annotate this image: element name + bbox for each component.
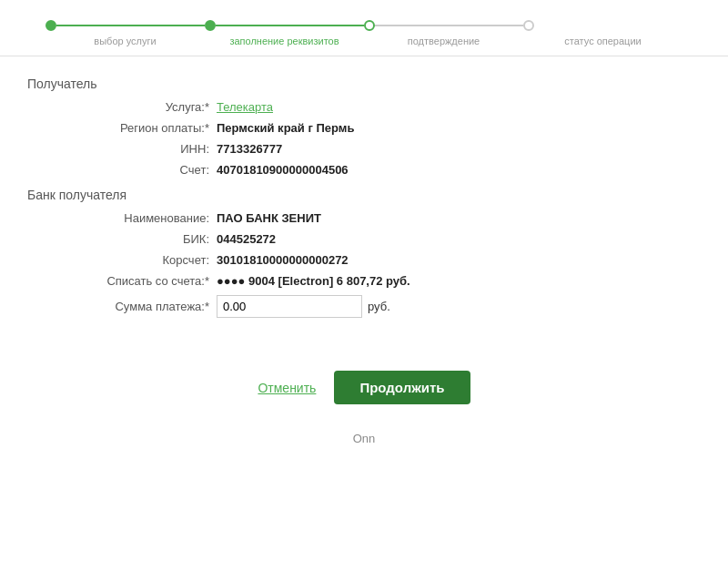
field-bank-name: Наименование: ПАО БАНК ЗЕНИТ (27, 211, 701, 225)
field-region: Регион оплаты:* Пермский край г Пермь (27, 121, 701, 135)
field-service: Услуга:* Телекарта (27, 100, 701, 114)
connector-2 (216, 25, 364, 26)
progress-bar: выбор услуги заполнение реквизитов подтв… (0, 0, 728, 56)
step-2-label: заполнение реквизитов (229, 36, 339, 46)
field-account-label: Счет: (64, 163, 209, 177)
field-region-value: Пермский край г Пермь (217, 121, 354, 135)
field-korschet-value: 30101810000000000272 (217, 253, 349, 267)
bottom-label: Onn (0, 423, 728, 454)
field-bik: БИК: 044525272 (27, 232, 701, 246)
actions-bar: Отменить Продолжить (0, 371, 728, 423)
step-3: подтверждение (364, 20, 523, 46)
step-4: статус операции (523, 20, 682, 46)
field-korschet-label: Корсчет: (64, 253, 209, 267)
field-account-value: 40701810900000004506 (217, 163, 349, 177)
field-region-label: Регион оплаты:* (64, 121, 209, 135)
step-1-dot (46, 20, 56, 31)
recipient-section-title: Получатель (27, 76, 701, 91)
step-1: выбор услуги (46, 20, 205, 46)
field-debit-account-value: ●●●● 9004 [Electron] 6 807,72 руб. (217, 274, 410, 288)
step-4-label: статус операции (564, 36, 641, 46)
field-bik-value: 044525272 (217, 232, 276, 246)
field-inn: ИНН: 7713326777 (27, 142, 701, 156)
amount-unit: руб. (368, 300, 390, 313)
field-account: Счет: 40701810900000004506 (27, 163, 701, 177)
step-2-dot (205, 20, 216, 31)
field-inn-value: 7713326777 (217, 142, 282, 156)
connector-3 (375, 25, 523, 26)
field-amount-label: Сумма платежа:* (64, 300, 209, 313)
field-korschet: Корсчет: 30101810000000000272 (27, 253, 701, 267)
step-3-label: подтверждение (408, 36, 480, 46)
field-debit-account: Списать со счета:* ●●●● 9004 [Electron] … (27, 274, 701, 288)
step-2: заполнение реквизитов (205, 20, 364, 46)
main-content: Получатель Услуга:* Телекарта Регион опл… (0, 56, 728, 343)
bank-section-title: Банк получателя (27, 188, 701, 202)
field-inn-label: ИНН: (64, 142, 209, 156)
field-bank-name-label: Наименование: (64, 211, 209, 225)
main-container: выбор услуги заполнение реквизитов подтв… (0, 0, 728, 571)
field-debit-account-label: Списать со счета:* (64, 274, 209, 288)
field-service-value[interactable]: Телекарта (217, 100, 273, 114)
field-bank-name-value: ПАО БАНК ЗЕНИТ (217, 211, 321, 225)
field-amount-input-wrapper (217, 295, 362, 318)
amount-input[interactable] (217, 295, 362, 318)
step-4-dot (523, 20, 534, 31)
step-1-label: выбор услуги (94, 36, 156, 46)
field-bik-label: БИК: (64, 232, 209, 246)
field-amount: Сумма платежа:* руб. (27, 295, 701, 318)
step-3-dot (364, 20, 375, 31)
continue-button[interactable]: Продолжить (334, 371, 470, 404)
cancel-button[interactable]: Отменить (258, 381, 316, 395)
connector-1 (56, 25, 205, 26)
field-service-label: Услуга:* (64, 100, 209, 114)
